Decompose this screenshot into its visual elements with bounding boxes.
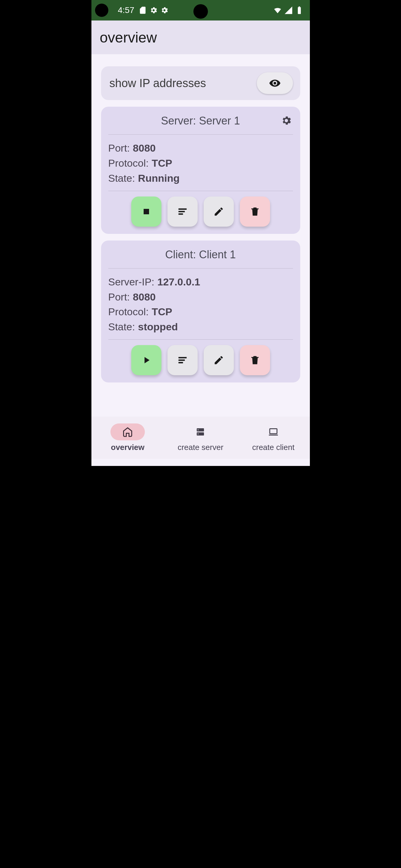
- bottom-nav: overview create server create client: [91, 416, 310, 459]
- server-edit-button[interactable]: [204, 196, 234, 227]
- server-card-title: Server: Server 1: [161, 115, 240, 127]
- svg-rect-4: [178, 357, 187, 359]
- status-system-icons: [273, 6, 304, 15]
- gear-small-icon: [160, 6, 169, 14]
- show-ip-toggle-button[interactable]: [257, 72, 293, 94]
- server-settings-button[interactable]: [280, 114, 293, 127]
- svg-point-10: [198, 433, 199, 434]
- pencil-icon: [213, 355, 224, 366]
- server-protocol-row: Protocol: TCP: [108, 156, 293, 171]
- client-start-button[interactable]: [131, 345, 162, 375]
- server-state-label: State:: [108, 172, 135, 185]
- svg-rect-3: [178, 213, 183, 215]
- client-port-value: 8080: [133, 290, 156, 304]
- client-card: Client: Client 1 Server-IP: 127.0.0.1 Po…: [101, 241, 300, 383]
- client-protocol-label: Protocol:: [108, 305, 149, 319]
- server-card: Server: Server 1 Port: 8080 Protocol: TC…: [101, 107, 300, 234]
- gear-icon: [281, 115, 292, 126]
- show-ip-label: show IP addresses: [110, 77, 206, 90]
- server-port-label: Port:: [108, 141, 130, 155]
- gear-icon: [149, 6, 158, 14]
- svg-rect-5: [178, 360, 185, 361]
- client-serverip-value: 127.0.0.1: [157, 275, 200, 289]
- system-nav-bar: [91, 459, 310, 466]
- page-title: overview: [100, 29, 157, 46]
- client-card-title: Client: Client 1: [165, 248, 236, 261]
- client-port-row: Port: 8080: [108, 290, 293, 305]
- display-notch: [193, 4, 208, 19]
- nav-create-server-label: create server: [178, 443, 224, 452]
- trash-icon: [250, 355, 260, 366]
- pencil-icon: [213, 206, 224, 217]
- trash-icon: [250, 206, 260, 217]
- server-port-value: 8080: [133, 141, 156, 155]
- server-delete-button[interactable]: [240, 196, 270, 227]
- server-icon: [195, 427, 206, 437]
- client-actions: [108, 340, 293, 375]
- content-area: show IP addresses Server: Server 1: [91, 54, 310, 424]
- nav-create-server[interactable]: create server: [164, 416, 237, 459]
- server-actions: [108, 191, 293, 227]
- client-edit-button[interactable]: [204, 345, 234, 375]
- server-protocol-label: Protocol:: [108, 156, 149, 170]
- list-icon: [177, 206, 188, 217]
- app-header: overview: [91, 21, 310, 54]
- list-icon: [177, 355, 188, 366]
- svg-rect-1: [178, 208, 187, 210]
- client-serverip-row: Server-IP: 127.0.0.1: [108, 275, 293, 290]
- svg-rect-2: [178, 211, 185, 212]
- server-state-value: Running: [138, 172, 179, 185]
- client-port-label: Port:: [108, 290, 130, 304]
- status-bar: 4:57: [91, 0, 310, 21]
- server-stop-button[interactable]: [131, 196, 162, 227]
- server-card-header: Server: Server 1: [108, 115, 293, 135]
- client-serverip-label: Server-IP:: [108, 275, 154, 289]
- status-notification-icons: [139, 6, 169, 14]
- cellular-icon: [284, 6, 293, 15]
- client-card-body: Server-IP: 127.0.0.1 Port: 8080 Protocol…: [108, 273, 293, 340]
- client-state-value: stopped: [138, 320, 178, 334]
- client-card-header: Client: Client 1: [108, 248, 293, 269]
- svg-point-9: [198, 429, 199, 430]
- client-state-label: State:: [108, 320, 135, 334]
- client-protocol-value: TCP: [152, 305, 172, 319]
- server-state-row: State: Running: [108, 171, 293, 186]
- client-delete-button[interactable]: [240, 345, 270, 375]
- client-state-row: State: stopped: [108, 319, 293, 335]
- server-protocol-value: TCP: [152, 156, 172, 170]
- nav-create-client-label: create client: [252, 443, 294, 452]
- home-icon: [122, 427, 133, 437]
- eye-icon: [269, 77, 281, 89]
- client-protocol-row: Protocol: TCP: [108, 304, 293, 319]
- svg-rect-11: [270, 429, 277, 434]
- stop-icon: [141, 206, 152, 217]
- wifi-icon: [273, 6, 282, 15]
- server-port-row: Port: 8080: [108, 141, 293, 156]
- laptop-icon: [268, 427, 279, 437]
- svg-rect-0: [144, 209, 149, 214]
- svg-rect-6: [178, 362, 183, 364]
- battery-icon: [295, 6, 304, 15]
- server-logs-button[interactable]: [168, 196, 198, 227]
- play-icon: [141, 355, 152, 366]
- status-time: 4:57: [118, 5, 135, 15]
- camera-cutout: [95, 4, 108, 17]
- nav-create-client[interactable]: create client: [237, 416, 310, 459]
- sd-card-icon: [139, 6, 147, 14]
- server-card-body: Port: 8080 Protocol: TCP State: Running: [108, 139, 293, 191]
- nav-overview[interactable]: overview: [91, 416, 164, 459]
- show-ip-card[interactable]: show IP addresses: [101, 66, 300, 100]
- nav-overview-label: overview: [111, 443, 145, 452]
- client-logs-button[interactable]: [168, 345, 198, 375]
